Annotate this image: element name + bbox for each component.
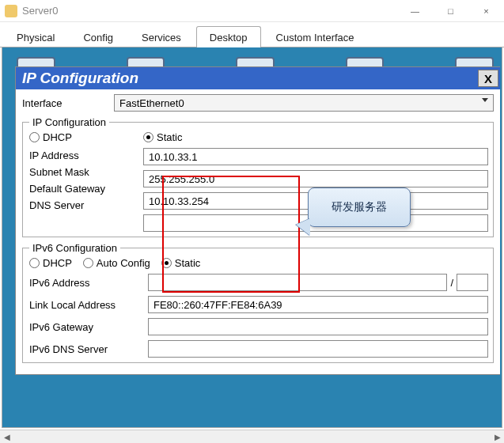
tab-config[interactable]: Config bbox=[70, 26, 127, 47]
v6-addr-label: IPv6 Address bbox=[29, 277, 148, 289]
horizontal-scrollbar[interactable]: ◀ ▶ bbox=[0, 430, 504, 443]
radio-v6-static[interactable]: Static bbox=[161, 257, 201, 269]
scroll-right-icon[interactable]: ▶ bbox=[491, 430, 504, 444]
tab-physical[interactable]: Physical bbox=[3, 26, 68, 47]
interface-label: Interface bbox=[22, 97, 114, 109]
dialog-titlebar: IP Configuration X bbox=[16, 67, 500, 89]
chevron-down-icon bbox=[482, 98, 488, 102]
gw-label: Default Gateway bbox=[29, 183, 143, 195]
ipv4-fieldset: IP Configuration DHCP IP Address Subnet … bbox=[22, 116, 494, 237]
close-window-button[interactable]: × bbox=[468, 0, 504, 22]
dialog-body: Interface FastEthernet0 IP Configuration… bbox=[16, 89, 500, 374]
v6-addr-input[interactable] bbox=[148, 274, 447, 291]
radio-v6-auto[interactable]: Auto Config bbox=[83, 257, 150, 269]
v6-ll-label: Link Local Address bbox=[29, 299, 148, 311]
app-icon bbox=[5, 5, 17, 17]
ip-input[interactable]: 10.10.33.1 bbox=[143, 148, 488, 165]
maximize-button[interactable]: □ bbox=[433, 0, 468, 22]
radio-v6-dhcp[interactable]: DHCP bbox=[29, 257, 72, 269]
tab-services[interactable]: Services bbox=[128, 26, 195, 47]
window-titlebar: Server0 — □ × bbox=[0, 0, 504, 22]
desktop-area: IP Configuration X Interface FastEtherne… bbox=[2, 47, 502, 428]
v6-dns-label: IPv6 DNS Server bbox=[29, 343, 148, 355]
scroll-left-icon[interactable]: ◀ bbox=[0, 430, 13, 444]
radio-dhcp[interactable]: DHCP bbox=[29, 131, 72, 143]
minimize-button[interactable]: — bbox=[397, 0, 433, 22]
window-title: Server0 bbox=[22, 5, 59, 17]
ip-config-dialog: IP Configuration X Interface FastEtherne… bbox=[15, 66, 500, 375]
ipv4-legend: IP Configuration bbox=[29, 116, 109, 128]
v6-gw-label: IPv6 Gateway bbox=[29, 321, 148, 333]
v6-ll-input[interactable]: FE80::260:47FF:FE84:6A39 bbox=[148, 296, 488, 313]
ipv6-legend: IPv6 Configuration bbox=[29, 242, 120, 254]
ipv6-fieldset: IPv6 Configuration DHCP Auto Config Stat… bbox=[22, 242, 494, 363]
interface-value: FastEthernet0 bbox=[119, 97, 184, 109]
v6-dns-input[interactable] bbox=[148, 340, 488, 358]
ip-label: IP Address bbox=[29, 150, 143, 161]
prefix-slash: / bbox=[447, 277, 457, 289]
tab-desktop[interactable]: Desktop bbox=[196, 26, 261, 47]
radio-static[interactable]: Static bbox=[143, 131, 488, 143]
v6-prefix-input[interactable] bbox=[457, 274, 488, 291]
dns-label: DNS Server bbox=[29, 199, 143, 211]
main-tabs: Physical Config Services Desktop Custom … bbox=[0, 22, 504, 47]
dialog-close-button[interactable]: X bbox=[478, 70, 498, 87]
dialog-title: IP Configuration bbox=[22, 70, 478, 87]
mask-label: Subnet Mask bbox=[29, 166, 143, 178]
mask-input[interactable]: 255.255.255.0 bbox=[143, 170, 488, 187]
callout-label: 研发服务器 bbox=[308, 187, 411, 227]
tab-custom-interface[interactable]: Custom Interface bbox=[263, 26, 368, 47]
interface-select[interactable]: FastEthernet0 bbox=[114, 94, 494, 112]
v6-gw-input[interactable] bbox=[148, 318, 488, 335]
